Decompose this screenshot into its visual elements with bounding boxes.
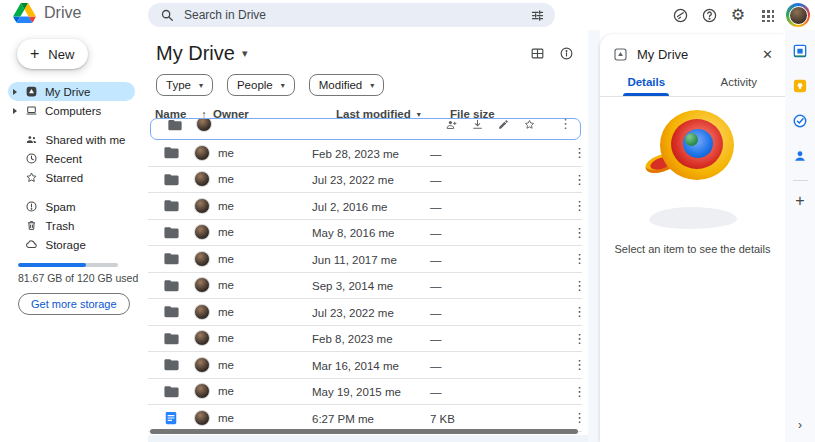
owner-label: me <box>218 173 234 185</box>
info-icon[interactable] <box>559 46 574 61</box>
more-options-button[interactable]: ⋮ <box>570 357 589 372</box>
storage-progress-fill <box>18 263 86 267</box>
star-icon[interactable] <box>523 118 536 131</box>
sidebar-item-storage[interactable]: Storage <box>8 235 135 254</box>
more-options-button[interactable]: ⋮ <box>570 384 589 399</box>
drive-logo[interactable]: Drive <box>13 3 81 23</box>
filter-chip-modified[interactable]: Modified ▾ <box>309 74 384 96</box>
owner-avatar <box>194 198 210 214</box>
sidebar-item-shared-with-me[interactable]: Shared with me <box>8 130 135 149</box>
table-row[interactable]: me Sep 3, 2014 me — ⋮ <box>148 273 582 300</box>
more-options-button[interactable]: ⋮ <box>570 278 589 293</box>
table-row[interactable]: me Feb 28, 2023 me — ⋮ <box>148 140 582 167</box>
illustration-shadow <box>649 207 737 229</box>
empty-state-illustration <box>647 109 739 191</box>
owner-label: me <box>218 200 234 212</box>
folder-icon <box>162 144 181 161</box>
file-type-icon <box>162 171 194 188</box>
close-icon[interactable]: ✕ <box>762 48 773 61</box>
sidebar-item-recent[interactable]: Recent <box>8 149 135 168</box>
google-apps-icon[interactable] <box>757 5 777 25</box>
search-icon <box>160 8 174 22</box>
add-app-icon[interactable]: + <box>795 193 804 209</box>
keep-icon[interactable] <box>792 78 808 94</box>
file-type-icon <box>162 224 194 241</box>
file-size-label: — <box>430 307 442 319</box>
expand-arrow-icon[interactable] <box>13 108 17 114</box>
horizontal-scrollbar[interactable] <box>150 429 578 434</box>
new-button-label: New <box>48 47 74 62</box>
sidebar-item-my-drive[interactable]: My Drive <box>8 82 135 101</box>
table-row[interactable]: me May 8, 2016 me — ⋮ <box>148 220 582 247</box>
new-button[interactable]: + New <box>17 39 88 69</box>
sidebar-item-trash[interactable]: Trash <box>8 216 135 235</box>
more-options-button[interactable]: ⋮ <box>570 172 589 187</box>
folder-icon <box>162 303 181 320</box>
sidebar-item-computers[interactable]: Computers <box>8 101 135 120</box>
file-size-label: — <box>430 174 442 186</box>
row-hover-actions <box>445 118 536 131</box>
more-options-button[interactable]: ⋮ <box>570 304 589 319</box>
get-more-storage-button[interactable]: Get more storage <box>18 293 130 315</box>
table-row[interactable]: me Jul 23, 2022 me — ⋮ <box>148 167 582 194</box>
more-options-button[interactable]: ⋮ <box>570 410 589 425</box>
contacts-icon[interactable] <box>792 148 808 164</box>
filter-chip-type[interactable]: Type ▾ <box>156 74 213 96</box>
doc-icon <box>164 410 178 426</box>
file-type-icon <box>162 330 194 347</box>
owner-avatar <box>194 383 210 399</box>
file-size-label: — <box>430 280 442 292</box>
left-sidebar: + New My Drive Computers Shared with me <box>0 30 148 442</box>
selected-row-partial[interactable]: ⋮ <box>150 118 581 140</box>
star-icon <box>25 171 39 185</box>
search-options-icon[interactable] <box>530 8 545 23</box>
table-row[interactable]: me Jun 11, 2017 me — ⋮ <box>148 246 582 273</box>
share-icon[interactable] <box>445 118 458 131</box>
last-modified-label: Jul 23, 2022 me <box>312 307 394 319</box>
topbar-actions: ⚙ <box>670 0 810 30</box>
folder-icon <box>162 250 181 267</box>
folder-icon <box>162 224 181 241</box>
table-row[interactable]: me Feb 8, 2023 me — ⋮ <box>148 326 582 353</box>
nav-spacer <box>0 187 148 197</box>
sidebar-item-starred[interactable]: Starred <box>8 168 135 187</box>
search-bar[interactable] <box>148 3 555 27</box>
sidebar-item-spam[interactable]: Spam <box>8 197 135 216</box>
file-size-label: 7 KB <box>430 413 455 425</box>
tab-details[interactable]: Details <box>600 76 693 96</box>
more-options-button[interactable]: ⋮ <box>570 198 589 213</box>
file-size-label: — <box>430 227 442 239</box>
empty-state-text: Select an item to see the details <box>615 243 771 255</box>
filter-chip-people[interactable]: People ▾ <box>227 74 295 96</box>
table-row[interactable]: me Jul 2, 2016 me — ⋮ <box>148 193 582 220</box>
more-options-button[interactable]: ⋮ <box>570 331 589 346</box>
more-options-button[interactable]: ⋮ <box>559 118 572 131</box>
offline-status-icon[interactable] <box>670 5 690 25</box>
more-options-button[interactable]: ⋮ <box>570 225 589 240</box>
tab-activity[interactable]: Activity <box>693 76 786 96</box>
grid-view-icon[interactable] <box>530 46 545 61</box>
help-icon[interactable] <box>699 5 719 25</box>
file-size-label: — <box>430 201 442 213</box>
collapse-rail-icon[interactable]: › <box>798 418 802 432</box>
drive-logo-icon <box>13 3 36 23</box>
sidebar-item-label: Spam <box>46 201 76 213</box>
table-row[interactable]: me May 19, 2015 me — ⋮ <box>148 379 582 406</box>
rename-pencil-icon[interactable] <box>497 118 510 131</box>
calendar-icon[interactable] <box>792 43 808 59</box>
more-options-button[interactable]: ⋮ <box>570 251 589 266</box>
account-avatar[interactable] <box>786 3 810 27</box>
tasks-icon[interactable] <box>792 113 808 129</box>
page-title[interactable]: My Drive ▾ <box>156 42 247 65</box>
expand-arrow-icon[interactable] <box>13 89 17 95</box>
owner-label: me <box>218 385 234 397</box>
table-row[interactable]: me Mar 16, 2014 me — ⋮ <box>148 352 582 379</box>
apps-grid-dots <box>761 9 774 22</box>
table-row[interactable]: me Jul 23, 2022 me — ⋮ <box>148 299 582 326</box>
table-row[interactable]: me 6:27 PM me 7 KB ⋮ <box>148 405 582 432</box>
download-icon[interactable] <box>471 118 484 131</box>
more-options-button[interactable]: ⋮ <box>570 145 589 160</box>
sidebar-item-label: My Drive <box>45 86 90 98</box>
search-input[interactable] <box>184 8 530 22</box>
settings-gear-icon[interactable]: ⚙ <box>728 5 748 25</box>
